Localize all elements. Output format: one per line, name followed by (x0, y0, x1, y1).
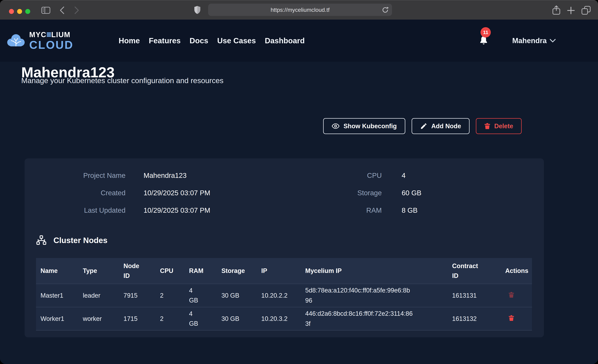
logo-top-pre: MYC (29, 31, 46, 38)
notifications-button[interactable]: 11 (479, 35, 488, 46)
table-row: Worker1 worker 1715 2 4 GB 30 GB 10.20.3… (36, 307, 532, 330)
zoom-window-button[interactable] (25, 9, 30, 14)
project-card: Project Name Mahendra123 CPU 4 Created 1… (25, 158, 544, 337)
address-bar[interactable]: https://myceliumcloud.tf (208, 4, 392, 16)
forward-icon[interactable] (74, 6, 79, 14)
col-cpu: CPU (160, 258, 189, 284)
cell-storage: 30 GB (221, 307, 261, 330)
show-kubeconfig-button[interactable]: Show Kubeconfig (323, 118, 405, 134)
show-kubeconfig-label: Show Kubeconfig (344, 123, 397, 130)
nodes-table: Name Type Node ID CPU RAM Storage IP Myc… (36, 258, 532, 331)
nav-link-home[interactable]: Home (119, 36, 140, 45)
cell-name: Master1 (36, 284, 83, 307)
delete-node-button[interactable] (508, 292, 514, 298)
cluster-nodes-title: Cluster Nodes (53, 236, 107, 245)
col-mycelium-ip: Mycelium IP (305, 258, 452, 284)
trash-icon (508, 315, 514, 321)
user-menu[interactable]: Mahendra (512, 36, 556, 45)
nav-link-dashboard[interactable]: Dashboard (265, 36, 305, 45)
col-storage: Storage (221, 258, 261, 284)
col-name: Name (36, 258, 83, 284)
pencil-icon (420, 123, 427, 130)
cell-cpu: 2 (160, 307, 189, 330)
cpu-value: 4 (382, 172, 544, 180)
cell-ip: 10.20.2.2 (261, 284, 305, 307)
cell-cpu: 2 (160, 284, 189, 307)
project-info: Project Name Mahendra123 CPU 4 Created 1… (25, 167, 544, 219)
storage-label: Storage (268, 189, 382, 197)
logo-bottom: CLOUD (29, 39, 74, 50)
cell-ram: 4 GB (189, 284, 221, 307)
cloud-tree-icon (7, 33, 25, 49)
logo-text: MYCLIUM CLOUD (29, 31, 74, 50)
back-icon[interactable] (59, 6, 64, 14)
reload-icon[interactable] (382, 6, 389, 14)
nav-links: Home Features Docs Use Cases Dashboard (119, 36, 305, 45)
created-value: 10/29/2025 03:07 PM (125, 189, 268, 197)
delete-label: Delete (494, 123, 513, 130)
col-contract-id: Contract ID (452, 258, 505, 284)
eye-icon (332, 123, 340, 129)
user-name: Mahendra (512, 36, 547, 45)
notification-badge: 11 (481, 27, 491, 38)
trash-icon (508, 292, 514, 298)
col-type: Type (83, 258, 124, 284)
browser-toolbar: https://myceliumcloud.tf (0, 0, 598, 20)
col-ip: IP (261, 258, 305, 284)
sitemap-icon (36, 235, 46, 245)
last-updated-label: Last Updated (25, 207, 125, 214)
nav-link-use-cases[interactable]: Use Cases (217, 36, 256, 45)
cell-ip: 10.20.3.2 (261, 307, 305, 330)
browser-window: https://myceliumcloud.tf Mahendra123 Man… (0, 0, 598, 364)
cell-contract-id: 1613132 (452, 307, 505, 330)
tab-overview-icon[interactable] (581, 6, 591, 15)
nodes-table-wrap: Name Type Node ID CPU RAM Storage IP Myc… (36, 258, 532, 331)
delete-cluster-button[interactable]: Delete (476, 118, 522, 134)
col-actions: Actions (505, 258, 532, 284)
mycelium-cloud-logo[interactable]: MYCLIUM CLOUD (7, 31, 74, 50)
page-body: Mahendra123 Manage your Kubernetes clust… (0, 20, 598, 364)
sidebar-toggle-icon[interactable] (41, 7, 50, 14)
table-header-row: Name Type Node ID CPU RAM Storage IP Myc… (36, 258, 532, 284)
site-navbar: MYCLIUM CLOUD Home Features Docs Use Cas… (0, 20, 598, 62)
cluster-nodes-header: Cluster Nodes (36, 235, 107, 245)
close-window-button[interactable] (9, 9, 14, 14)
cell-type: leader (83, 284, 124, 307)
add-node-button[interactable]: Add Node (412, 118, 470, 134)
cell-ram: 4 GB (189, 307, 221, 330)
project-name-value: Mahendra123 (125, 172, 268, 180)
cell-actions (505, 284, 532, 307)
delete-node-button[interactable] (508, 315, 514, 322)
minimize-window-button[interactable] (17, 9, 22, 14)
privacy-shield-icon[interactable] (194, 6, 201, 14)
cell-node-id: 7915 (124, 284, 160, 307)
logo-top-post: LIUM (51, 31, 71, 38)
col-ram: RAM (189, 258, 221, 284)
cell-mycelium-ip: 446:d2a6:8bcd:8c16:ff0f:72e2:3114:863f (305, 307, 452, 330)
nav-link-features[interactable]: Features (149, 36, 181, 45)
cpu-label: CPU (268, 172, 382, 180)
cell-type: worker (83, 307, 124, 330)
window-controls (9, 9, 30, 14)
new-tab-icon[interactable] (567, 6, 575, 15)
table-row: Master1 leader 7915 2 4 GB 30 GB 10.20.2… (36, 284, 532, 307)
trash-icon (484, 123, 490, 130)
add-node-label: Add Node (431, 123, 461, 130)
cell-mycelium-ip: 5d8:78ea:a120:f40c:ff0f:a5fe:99e6:8b96 (305, 284, 452, 307)
chevron-down-icon (550, 39, 556, 42)
storage-value: 60 GB (382, 189, 544, 197)
share-icon[interactable] (552, 5, 561, 15)
ram-value: 8 GB (382, 207, 544, 214)
cluster-actions: Show Kubeconfig Add Node Delete (323, 118, 522, 134)
col-node-id: Node ID (124, 258, 160, 284)
cell-actions (505, 307, 532, 330)
project-name-label: Project Name (25, 172, 125, 180)
logo-e-bars-icon (47, 32, 51, 37)
cell-name: Worker1 (36, 307, 83, 330)
url-text: https://myceliumcloud.tf (271, 7, 329, 13)
cell-storage: 30 GB (221, 284, 261, 307)
nav-link-docs[interactable]: Docs (190, 36, 208, 45)
cell-node-id: 1715 (124, 307, 160, 330)
created-label: Created (25, 189, 125, 197)
last-updated-value: 10/29/2025 03:07 PM (125, 207, 268, 214)
